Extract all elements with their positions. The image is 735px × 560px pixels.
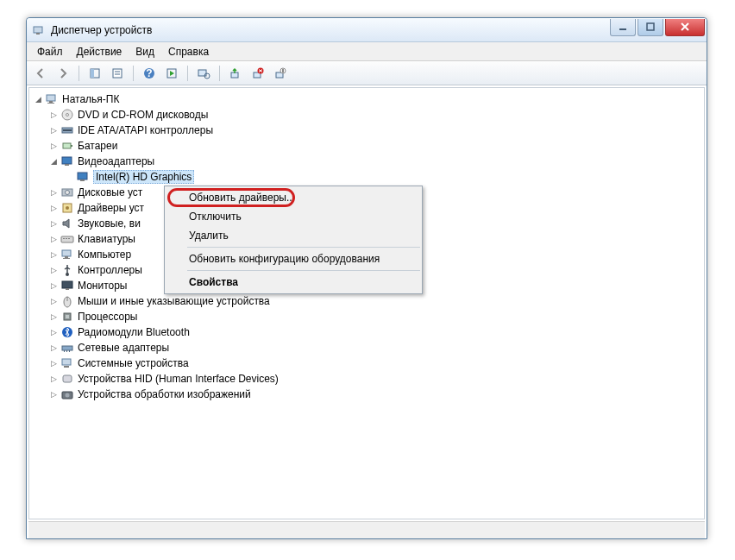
toolbar-separator xyxy=(187,66,188,81)
tree-category-node[interactable]: ◢Видеоадаптеры xyxy=(29,154,704,169)
tree-category-node[interactable]: ▷Устройства HID (Human Interface Devices… xyxy=(29,371,704,387)
svg-rect-42 xyxy=(65,256,68,258)
tree-category-label: Дисковые уст xyxy=(78,186,142,198)
svg-point-34 xyxy=(66,191,70,195)
imaging-icon xyxy=(60,387,74,401)
context-menu: Обновить драйверы...ОтключитьУдалитьОбно… xyxy=(164,186,423,294)
svg-rect-27 xyxy=(63,143,71,148)
context-menu-item[interactable]: Свойства xyxy=(165,273,422,292)
maximize-button[interactable] xyxy=(638,19,663,36)
svg-point-24 xyxy=(66,114,69,116)
tree-category-label: Сетевые адаптеры xyxy=(78,342,169,354)
tree-category-label: DVD и CD-ROM дисководы xyxy=(78,109,208,121)
show-hide-tree-button[interactable] xyxy=(85,64,105,83)
display-icon xyxy=(60,154,74,168)
tree-category-label: Мыши и иные указывающие устройства xyxy=(78,295,270,307)
menu-file[interactable]: Файл xyxy=(30,44,70,60)
forward-button[interactable] xyxy=(53,64,73,83)
statusbar xyxy=(28,521,705,538)
tree-category-label: Батареи xyxy=(78,140,117,152)
tree-category-node[interactable]: ▷Устройства обработки изображений xyxy=(29,387,704,402)
tree-root-node[interactable]: ◢Наталья-ПК xyxy=(29,91,704,107)
svg-rect-19 xyxy=(282,69,284,72)
svg-rect-1 xyxy=(36,33,40,35)
svg-rect-32 xyxy=(80,179,85,181)
svg-rect-26 xyxy=(63,129,72,131)
tree-category-label: Радиомодули Bluetooth xyxy=(78,326,190,338)
context-menu-separator xyxy=(187,247,420,248)
svg-rect-3 xyxy=(647,23,654,30)
tree-category-node[interactable]: ▷Процессоры xyxy=(29,309,704,324)
menu-view[interactable]: Вид xyxy=(129,44,161,60)
cpu-icon xyxy=(60,310,74,324)
tree-category-node[interactable]: ▷Радиомодули Bluetooth xyxy=(29,324,704,340)
menubar: Файл Действие Вид Справка xyxy=(27,42,707,61)
svg-rect-40 xyxy=(68,238,70,239)
mouse-icon xyxy=(60,294,74,308)
toolbar-separator xyxy=(219,66,220,81)
window-title: Диспетчер устройств xyxy=(51,24,608,36)
svg-rect-30 xyxy=(65,164,69,166)
close-button[interactable] xyxy=(665,19,705,36)
tree-category-node[interactable]: ▷DVD и CD-ROM дисководы xyxy=(29,107,704,123)
update-driver-button[interactable] xyxy=(225,64,246,83)
tree-category-label: IDE ATA/ATAPI контроллеры xyxy=(78,124,213,136)
svg-rect-53 xyxy=(64,350,65,352)
tree-category-node[interactable]: ▷IDE ATA/ATAPI контроллеры xyxy=(29,123,704,138)
svg-rect-6 xyxy=(113,69,122,78)
svg-rect-2 xyxy=(619,28,626,30)
svg-rect-57 xyxy=(64,366,69,368)
svg-rect-43 xyxy=(63,258,70,259)
back-button[interactable] xyxy=(30,64,51,83)
tree-category-node[interactable]: ▷Батареи xyxy=(29,138,704,154)
svg-point-44 xyxy=(66,273,69,276)
tree-device-node[interactable]: ▷Intel(R) HD Graphics xyxy=(29,169,704,185)
bluetooth-icon xyxy=(60,325,74,339)
tree-category-label: Устройства HID (Human Interface Devices) xyxy=(78,373,279,385)
tree-category-label: Устройства обработки изображений xyxy=(78,388,251,400)
help-button[interactable]: ? xyxy=(139,64,160,83)
menu-action[interactable]: Действие xyxy=(70,44,129,60)
svg-rect-28 xyxy=(71,145,72,147)
svg-rect-37 xyxy=(61,236,73,242)
svg-rect-56 xyxy=(62,359,71,365)
svg-rect-50 xyxy=(66,315,69,318)
disc-icon xyxy=(60,108,74,122)
monitor-icon xyxy=(60,279,74,293)
context-menu-item[interactable]: Удалить xyxy=(165,226,422,245)
disk-icon xyxy=(60,186,74,199)
tree-category-node[interactable]: ▷Сетевые адаптеры xyxy=(29,340,704,356)
svg-rect-41 xyxy=(62,250,71,256)
computer-icon xyxy=(60,248,74,261)
usb-icon xyxy=(60,263,74,277)
scan-button[interactable] xyxy=(193,64,214,83)
network-icon xyxy=(60,341,74,355)
device-tree-pane[interactable]: ◢Наталья-ПК▷DVD и CD-ROM дисководы▷IDE A… xyxy=(28,87,705,519)
svg-rect-22 xyxy=(47,103,54,104)
tree-category-label: Клавиатуры xyxy=(78,233,135,245)
toolbar-separator xyxy=(133,66,134,81)
svg-rect-55 xyxy=(69,350,70,352)
titlebar[interactable]: Диспетчер устройств xyxy=(27,18,707,42)
minimize-button[interactable] xyxy=(610,19,636,36)
tree-category-label: Компьютер xyxy=(78,249,131,261)
tree-category-label: Мониторы xyxy=(78,280,127,292)
svg-rect-46 xyxy=(66,288,69,290)
context-menu-separator xyxy=(187,270,420,271)
tree-category-label: Видеоадаптеры xyxy=(78,155,154,167)
tree-category-node[interactable]: ▷Системные устройства xyxy=(29,356,704,371)
svg-rect-38 xyxy=(63,238,65,239)
svg-rect-39 xyxy=(66,238,67,239)
context-menu-item[interactable]: Отключить xyxy=(165,207,422,226)
disable-button[interactable] xyxy=(270,64,291,83)
uninstall-button[interactable] xyxy=(248,64,268,83)
properties-button[interactable] xyxy=(107,64,128,83)
menu-help[interactable]: Справка xyxy=(161,44,216,60)
svg-point-36 xyxy=(66,206,69,210)
tree-category-node[interactable]: ▷Мыши и иные указывающие устройства xyxy=(29,293,704,309)
action-button[interactable] xyxy=(161,64,182,83)
context-menu-item[interactable]: Обновить драйверы... xyxy=(165,188,422,207)
svg-rect-45 xyxy=(62,281,72,288)
context-menu-item[interactable]: Обновить конфигурацию оборудования xyxy=(165,249,422,268)
svg-rect-20 xyxy=(47,95,55,101)
